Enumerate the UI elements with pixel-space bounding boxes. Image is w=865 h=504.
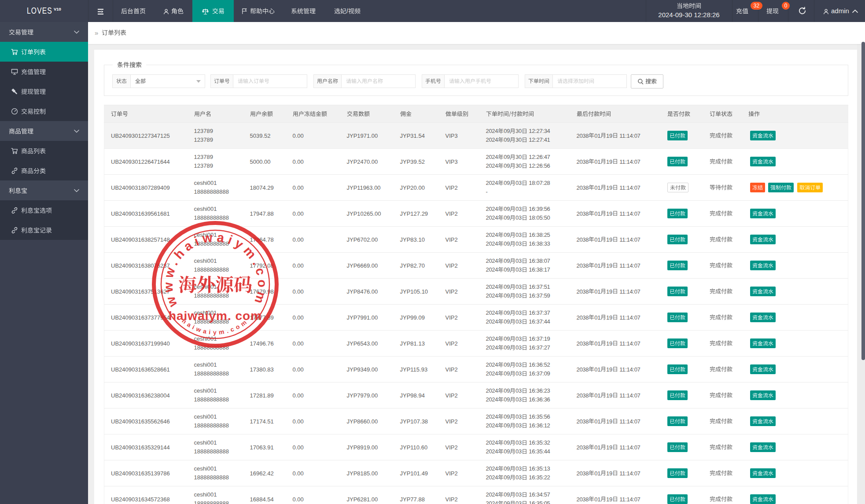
- svg-text:www.haiwaiym.com: www.haiwaiym.com: [161, 230, 270, 309]
